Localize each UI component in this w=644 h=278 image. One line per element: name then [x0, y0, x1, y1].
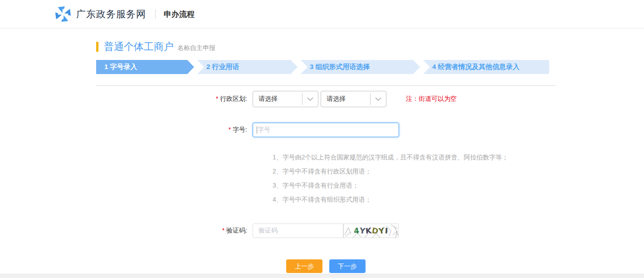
page-subtitle: 名称自主申报 [177, 41, 215, 52]
text-caret [257, 126, 257, 134]
region-city-select[interactable]: 请选择 [253, 91, 318, 107]
naming-rule-1: 1、字号由2个以上符合国家规范的汉字组成，且不得含有汉语拼音、阿拉伯数字等； [273, 154, 556, 160]
region-street-select-value: 请选择 [321, 95, 370, 103]
naming-rules-list: 1、字号由2个以上符合国家规范的汉字组成，且不得含有汉语拼音、阿拉伯数字等； 2… [96, 154, 556, 203]
step-2-industry-term: 2 行业用语 [197, 60, 298, 74]
naming-rule-4: 4、字号中不得含有组织形式用语； [273, 196, 556, 203]
header-divider [155, 9, 156, 19]
site-logo-icon [54, 5, 72, 23]
naming-rule-2: 2、字号中不得含有行政区划用语； [273, 168, 556, 174]
chevron-down-icon[interactable] [302, 93, 318, 105]
footer-strip [0, 274, 644, 278]
required-asterisk: * [216, 95, 218, 102]
region-row: *行政区划: 请选择 请选择 注：街道可以为空 [96, 91, 556, 107]
captcha-text: 4YKDYI [344, 224, 398, 238]
region-city-select-value: 请选择 [253, 95, 302, 103]
action-buttons: 上一步 下一步 [96, 259, 556, 273]
trade-name-placeholder: 字号 [258, 126, 270, 134]
page-heading: 普通个体工商户 名称自主申报 [96, 40, 556, 54]
street-optional-note: 注：街道可以为空 [406, 95, 457, 103]
title-accent-bar [96, 42, 98, 52]
captcha-label: *验证码: [96, 227, 247, 235]
header: 广东政务服务网 申办流程 [0, 0, 644, 29]
trade-name-input[interactable]: 字号 [253, 123, 399, 137]
required-asterisk: * [222, 227, 224, 234]
captcha-row: *验证码: 验证码 [96, 223, 556, 238]
page-title-header: 申办流程 [164, 9, 195, 20]
captcha-placeholder: 验证码 [259, 227, 278, 235]
step-4-operator-info: 4 经营者情况及其他信息录入 [423, 60, 549, 74]
section-divider [96, 85, 556, 86]
chevron-down-icon[interactable] [370, 93, 386, 105]
captcha-image[interactable]: 4YKDYI [343, 223, 399, 238]
application-form: *行政区划: 请选择 请选择 注：街道可以为空 [96, 91, 556, 273]
step-indicator: 1 字号录入 2 行业用语 3 组织形式用语选择 4 经营者情况及其他信息录入 [96, 60, 549, 74]
naming-rule-3: 3、字号中不得含有行业用语； [273, 182, 556, 189]
step-1-name-entry: 1 字号录入 [96, 60, 194, 74]
page-title: 普通个体工商户 [104, 40, 174, 54]
trade-name-label: *字号: [96, 126, 247, 134]
previous-step-button[interactable]: 上一步 [286, 259, 322, 273]
region-label: *行政区划: [96, 95, 247, 103]
next-step-button[interactable]: 下一步 [329, 259, 366, 273]
trade-name-row: *字号: 字号 [96, 123, 556, 137]
captcha-input[interactable]: 验证码 [253, 223, 343, 238]
region-street-select[interactable]: 请选择 [321, 91, 386, 107]
site-name: 广东政务服务网 [76, 8, 146, 20]
required-asterisk: * [229, 126, 231, 133]
main-content: 普通个体工商户 名称自主申报 1 字号录入 2 行业用语 3 组织形式用语选择 … [96, 40, 556, 273]
step-3-organization-form: 3 组织形式用语选择 [301, 60, 420, 74]
